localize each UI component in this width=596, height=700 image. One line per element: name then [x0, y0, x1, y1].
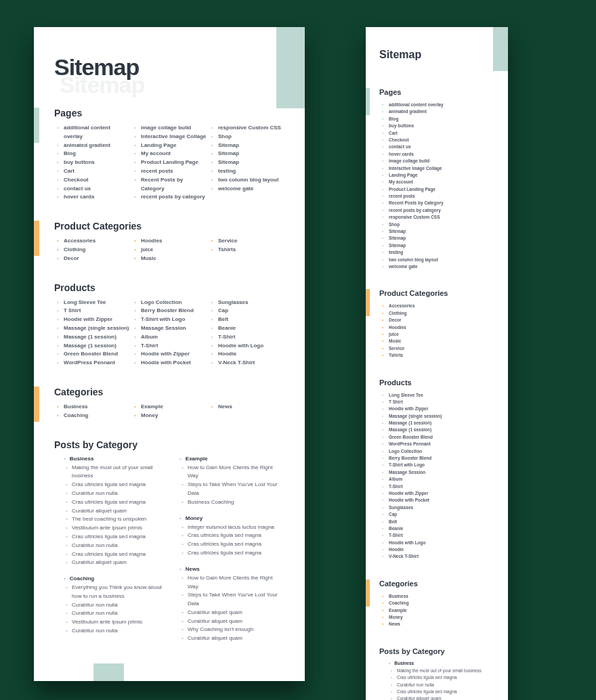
- sitemap-link[interactable]: Berry Booster Blend: [141, 307, 194, 313]
- sitemap-link[interactable]: Sitemap: [218, 159, 239, 165]
- list-item[interactable]: Beanie: [218, 324, 284, 333]
- list-item[interactable]: Service: [389, 345, 494, 352]
- post-link[interactable]: Curabitur aliquet quam: [188, 617, 284, 626]
- sitemap-link[interactable]: Long Sleeve Tee: [389, 393, 423, 397]
- sitemap-link[interactable]: V-Neck T-Shirt: [389, 554, 419, 559]
- sitemap-link[interactable]: My account: [141, 150, 171, 156]
- sitemap-link[interactable]: Blog: [389, 116, 398, 121]
- sitemap-link[interactable]: responsive Custom CSS: [389, 215, 440, 219]
- list-item[interactable]: Coaching: [64, 412, 130, 420]
- list-item[interactable]: Massage (1 session): [64, 333, 130, 342]
- sitemap-link[interactable]: Massage (single session): [64, 325, 129, 331]
- post-link[interactable]: Curabitur aliquet quam: [397, 695, 494, 700]
- sitemap-link[interactable]: animated gradient: [389, 109, 427, 114]
- post-link[interactable]: Cras ultricies ligula sed magna: [188, 531, 284, 540]
- sitemap-link[interactable]: Product Landing Page: [389, 187, 435, 192]
- sitemap-link[interactable]: Coaching: [64, 412, 88, 418]
- post-link[interactable]: Curabitur non nulla: [397, 682, 494, 688]
- list-item[interactable]: Hoodie with Logo: [389, 540, 494, 546]
- list-item[interactable]: Tshirts: [389, 352, 494, 359]
- sitemap-link[interactable]: testing: [218, 168, 236, 174]
- list-item[interactable]: Hoodie with Pocket: [389, 497, 494, 504]
- sitemap-link[interactable]: Sitemap: [218, 142, 239, 148]
- sitemap-link[interactable]: Beanie: [218, 325, 236, 331]
- list-item[interactable]: Money: [389, 614, 494, 621]
- post-link[interactable]: Why Coaching isn't enough: [188, 626, 284, 634]
- sitemap-link[interactable]: Hoodie with Zipper: [389, 406, 429, 411]
- list-item[interactable]: Berry Booster Blend: [141, 307, 207, 315]
- list-item[interactable]: V-Neck T-Shirt: [389, 553, 494, 560]
- post-link[interactable]: Vestibulum ante ipsum primis: [72, 524, 169, 533]
- sitemap-link[interactable]: Business: [389, 594, 408, 598]
- sitemap-link[interactable]: buy buttons: [389, 123, 414, 128]
- list-item[interactable]: Sitemap: [389, 235, 494, 242]
- list-item[interactable]: T-Shirt with Logo: [389, 462, 494, 468]
- sitemap-link[interactable]: contact us: [389, 144, 411, 149]
- sitemap-link[interactable]: Clothing: [389, 311, 406, 315]
- sitemap-link[interactable]: V-Neck T-Shirt: [218, 359, 255, 366]
- sitemap-link[interactable]: Accessories: [389, 303, 414, 308]
- sitemap-link[interactable]: WordPress Pennant: [389, 441, 431, 446]
- sitemap-link[interactable]: recent posts by category: [389, 208, 441, 213]
- sitemap-link[interactable]: Hoodie with Zipper: [64, 316, 112, 322]
- list-item[interactable]: two column blog layout: [389, 257, 494, 263]
- sitemap-link[interactable]: Belt: [389, 519, 397, 524]
- sitemap-link[interactable]: Accessories: [64, 238, 95, 244]
- list-item[interactable]: Service: [218, 237, 284, 246]
- sitemap-link[interactable]: Hoodie with Pocket: [389, 498, 429, 502]
- sitemap-link[interactable]: Sitemap: [218, 150, 239, 156]
- list-item[interactable]: T-Shirt: [141, 342, 207, 351]
- sitemap-link[interactable]: hover cards: [389, 152, 414, 156]
- sitemap-link[interactable]: Sunglasses: [389, 505, 413, 510]
- list-item[interactable]: Recent Posts by Category: [141, 176, 207, 194]
- list-item[interactable]: Hoodie: [218, 350, 284, 359]
- list-item[interactable]: animated gradient: [64, 141, 130, 150]
- sitemap-link[interactable]: testing: [389, 250, 403, 255]
- post-link[interactable]: Curabitur aliquet quam: [188, 609, 284, 617]
- sitemap-link[interactable]: Massage (1 session): [389, 420, 431, 425]
- sitemap-link[interactable]: Cart: [64, 168, 74, 174]
- sitemap-link[interactable]: Example: [389, 608, 407, 613]
- sitemap-link[interactable]: Green Booster Blend: [389, 435, 433, 439]
- post-link[interactable]: Cras ultricies ligula sed magna: [72, 498, 169, 507]
- sitemap-link[interactable]: Shop: [389, 222, 400, 227]
- list-item[interactable]: Hoodie with Pocket: [141, 359, 207, 368]
- sitemap-link[interactable]: Landing Page: [141, 142, 176, 148]
- sitemap-link[interactable]: Sitemap: [389, 229, 406, 234]
- list-item[interactable]: Massage (single session): [64, 324, 130, 333]
- list-item[interactable]: Music: [389, 338, 494, 345]
- sitemap-link[interactable]: Massage (1 session): [64, 334, 116, 340]
- list-item[interactable]: Shop: [389, 221, 494, 228]
- list-item[interactable]: Sitemap: [389, 242, 494, 249]
- sitemap-link[interactable]: T-Shirt: [141, 343, 158, 349]
- sitemap-link[interactable]: Logo Collection: [141, 299, 182, 305]
- list-item[interactable]: Blog: [64, 150, 130, 158]
- list-item[interactable]: testing: [218, 167, 284, 176]
- list-item[interactable]: Belt: [389, 519, 494, 525]
- list-item[interactable]: additional content overlay: [64, 124, 130, 141]
- sitemap-link[interactable]: My account: [389, 179, 413, 184]
- list-item[interactable]: Logo Collection: [389, 448, 494, 455]
- sitemap-link[interactable]: recent posts by category: [141, 194, 205, 200]
- list-item[interactable]: Business: [64, 403, 130, 412]
- sitemap-link[interactable]: Cap: [218, 307, 228, 313]
- list-item[interactable]: Accessories: [64, 237, 130, 246]
- list-item[interactable]: Shop: [218, 133, 284, 141]
- list-item[interactable]: Recent Posts by Category: [389, 200, 494, 206]
- sitemap-link[interactable]: Massage (single session): [389, 414, 442, 418]
- sitemap-link[interactable]: Massage (1 session): [389, 427, 431, 432]
- list-item[interactable]: Massage Session: [389, 469, 494, 476]
- sitemap-link[interactable]: Hoodie with Zipper: [389, 491, 429, 496]
- sitemap-link[interactable]: Long Sleeve Tee: [64, 299, 106, 305]
- list-item[interactable]: two column blog layout: [218, 176, 284, 185]
- list-item[interactable]: My account: [141, 150, 207, 158]
- list-item[interactable]: Berry Booster Blend: [389, 455, 494, 462]
- sitemap-link[interactable]: Blog: [64, 150, 76, 156]
- sitemap-link[interactable]: News: [389, 621, 400, 626]
- list-item[interactable]: recent posts by category: [389, 207, 494, 214]
- list-item[interactable]: image collage build: [389, 158, 494, 165]
- list-item[interactable]: News: [389, 621, 494, 628]
- sitemap-link[interactable]: juice: [389, 332, 399, 336]
- post-link[interactable]: Business Coaching: [188, 498, 284, 507]
- list-item[interactable]: T-Shirt: [389, 483, 494, 490]
